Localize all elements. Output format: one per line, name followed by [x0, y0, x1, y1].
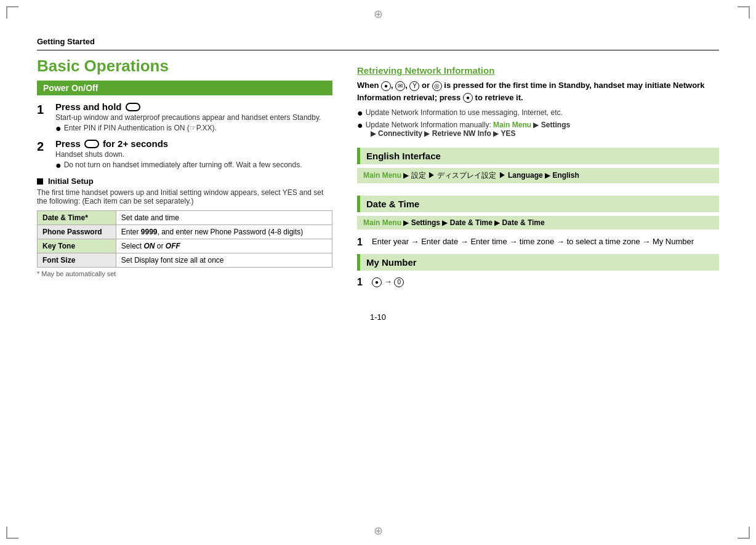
table-row: Key ToneSelect ON or OFF — [38, 239, 332, 253]
step-2-bullet-text: Do not turn on handset immediately after… — [64, 161, 302, 169]
step-1: 1 Press and hold Start-up window and wat… — [37, 101, 332, 133]
table-cell-value: Select ON or OFF — [116, 239, 332, 253]
table-row: Font SizeSet Display font size all at on… — [38, 253, 332, 268]
step-2-desc: Handset shuts down. — [55, 150, 332, 159]
step-1-number: 1 — [37, 101, 49, 133]
step-2: 2 Press for 2+ seconds Handset shuts dow… — [37, 138, 332, 170]
date-time-nav: Main Menu ▶ Settings ▶ Date & Time ▶ Dat… — [357, 216, 719, 229]
getting-started-label: Getting Started — [37, 37, 95, 46]
my-number-step-1: 1 ● → 0 — [357, 277, 719, 288]
getting-started-header: Getting Started — [37, 37, 719, 50]
retrieving-bullet-2-text: Update Network Information manually: Mai… — [366, 121, 570, 138]
english-interface-label: English Interface — [366, 151, 441, 161]
table-cell-label: Date & Time* — [38, 211, 116, 225]
main-title: Basic Operations — [37, 57, 332, 76]
my-number-icon-circle: ● — [372, 277, 382, 287]
phone-icon-end — [126, 103, 140, 111]
date-time-step-text: Enter year → Enter date → Enter time → t… — [372, 237, 719, 248]
table-cell-label: Font Size — [38, 253, 116, 268]
initial-setup-title: Initial Setup — [37, 177, 332, 186]
step-2-bullet-1: ● Do not turn on handset immediately aft… — [55, 161, 332, 170]
retrieving-title: Retrieving Network Information — [357, 65, 719, 76]
retrieving-desc: When ●, ✉, Y or ◎ is pressed for the fir… — [357, 79, 719, 103]
my-number-section: My Number — [357, 254, 719, 271]
right-column: Retrieving Network Information When ●, ✉… — [357, 57, 719, 294]
power-section-label: Power On/Off — [43, 83, 98, 93]
step-1-desc: Start-up window and waterproof precautio… — [55, 113, 332, 122]
table-row: Phone PasswordEnter 9999, and enter new … — [38, 225, 332, 239]
initial-setup-desc: The first time handset powers up and Ini… — [37, 188, 332, 205]
date-time-section: Date & Time — [357, 196, 719, 212]
bullet-dot-r1: ● — [357, 108, 363, 118]
step-1-title: Press and hold — [55, 101, 332, 112]
phone-icon-end-2 — [84, 140, 99, 148]
icon-circle-4: ◎ — [432, 81, 442, 91]
bullet-dot-2: ● — [55, 161, 62, 170]
power-section-bar: Power On/Off — [37, 81, 332, 95]
icon-circle-2: ✉ — [395, 81, 405, 91]
step-2-content: Press for 2+ seconds Handset shuts down.… — [55, 138, 332, 170]
my-number-icon-0: 0 — [394, 277, 404, 287]
icon-circle-3: Y — [409, 81, 419, 91]
table-cell-label: Key Tone — [38, 239, 116, 253]
table-cell-value: Set Display font size all at once — [116, 253, 332, 268]
table-cell-label: Phone Password — [38, 225, 116, 239]
date-time-step-1: 1 Enter year → Enter date → Enter time →… — [357, 237, 719, 248]
date-time-step-num: 1 — [357, 237, 367, 248]
corner-mark-tr — [738, 6, 750, 18]
bullet-dot-1: ● — [55, 124, 62, 133]
icon-circle-1: ● — [381, 81, 391, 91]
retrieving-bullet-1: ● Update Network Information to use mess… — [357, 108, 719, 118]
bullet-dot-r2: ● — [357, 121, 363, 130]
step-2-title: Press for 2+ seconds — [55, 138, 332, 149]
initial-setup-label: Initial Setup — [48, 177, 94, 186]
table-cell-value: Enter 9999, and enter new Phone Password… — [116, 225, 332, 239]
my-number-label: My Number — [366, 257, 417, 268]
step-2-number: 2 — [37, 138, 49, 170]
my-number-step-text: ● → 0 — [372, 277, 719, 288]
step-1-content: Press and hold Start-up window and water… — [55, 101, 332, 133]
retrieving-bullet-2: ● Update Network Information manually: M… — [357, 121, 719, 138]
step-1-bullet-text: Enter PIN if PIN Authentication is ON (☞… — [64, 124, 217, 132]
table-row: Date & Time*Set date and time — [38, 211, 332, 225]
corner-mark-bl — [6, 527, 18, 539]
table-cell-value: Set date and time — [116, 211, 332, 225]
corner-mark-br — [738, 527, 750, 539]
left-column: Basic Operations Power On/Off 1 Press an… — [37, 57, 332, 294]
top-crosshair — [374, 7, 383, 21]
setup-table: Date & Time*Set date and timePhone Passw… — [37, 210, 332, 268]
page-number: 1-10 — [37, 312, 719, 322]
page-container: Getting Started Basic Operations Power O… — [0, 0, 756, 545]
bottom-crosshair — [374, 524, 383, 538]
english-interface-nav: Main Menu ▶ 設定 ▶ ディスプレイ設定 ▶ Language ▶ E… — [357, 168, 719, 183]
square-bullet-icon — [37, 178, 43, 185]
date-time-label: Date & Time — [366, 199, 419, 209]
english-interface-section: English Interface — [357, 148, 719, 164]
table-note: * May be automatically set — [37, 270, 332, 277]
retrieving-bullet-1-text: Update Network Information to use messag… — [366, 108, 563, 117]
my-number-step-num: 1 — [357, 277, 367, 288]
step-1-bullet-1: ● Enter PIN if PIN Authentication is ON … — [55, 124, 332, 133]
two-column-layout: Basic Operations Power On/Off 1 Press an… — [37, 57, 719, 294]
corner-mark-tl — [6, 6, 18, 18]
icon-circle-5: ● — [463, 93, 473, 103]
